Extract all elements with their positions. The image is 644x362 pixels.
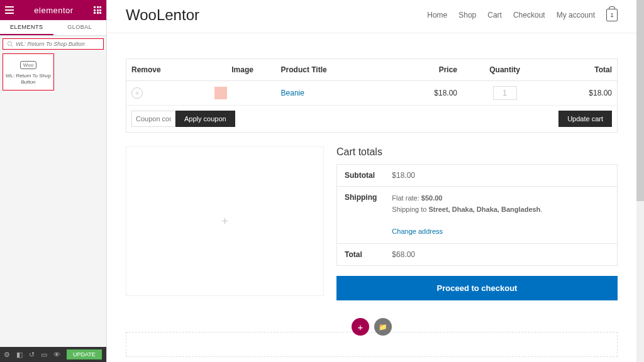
remove-item-icon[interactable]: × [131, 87, 143, 99]
total-label: Total [337, 244, 385, 266]
scrollbar-thumb[interactable] [636, 0, 644, 201]
hamburger-icon[interactable] [5, 6, 14, 14]
shipping-label: Shipping [337, 187, 385, 244]
tab-elements[interactable]: ELEMENTS [0, 20, 53, 35]
shopping-bag-icon[interactable]: 1 [606, 9, 618, 21]
sidebar-tabs: ELEMENTS GLOBAL [0, 20, 106, 36]
canvas: WooLentor Home Shop Cart Checkout My acc… [107, 0, 636, 362]
coupon-input[interactable] [131, 111, 175, 127]
template-library-icon[interactable]: 📁 [374, 318, 392, 336]
elementor-sidebar: elementor ELEMENTS GLOBAL Woo WL: Return… [0, 0, 107, 362]
total-value: $68.00 [384, 244, 617, 266]
shipping-details: Flat rate: $50.00 Shipping to Street, Dh… [384, 187, 617, 244]
nav-account[interactable]: My account [557, 11, 595, 19]
subtotal-value: $18.00 [384, 165, 617, 187]
woo-badge-icon: Woo [20, 61, 36, 69]
col-title: Product Title [276, 59, 393, 81]
navigator-icon[interactable]: ◧ [16, 351, 23, 359]
line-total: $18.00 [547, 81, 617, 106]
site-title: WooLentor [126, 6, 199, 24]
subtotal-label: Subtotal [337, 165, 385, 187]
apply-coupon-button[interactable]: Apply coupon [175, 111, 235, 127]
quantity-input[interactable] [493, 86, 517, 100]
cart-totals-title: Cart totals [336, 146, 618, 158]
col-price: Price [393, 59, 462, 81]
apps-grid-icon[interactable] [94, 6, 101, 14]
cart-row: × Beanie $18.00 $18.00 [126, 81, 618, 106]
plus-icon: + [221, 215, 228, 228]
history-icon[interactable]: ↺ [29, 351, 35, 359]
widget-label: WL: Return To Shop Button [4, 73, 52, 85]
col-image: Image [209, 59, 276, 81]
product-price: $18.00 [393, 81, 462, 106]
add-section-dropzone[interactable]: + 📁 [126, 332, 618, 357]
responsive-icon[interactable]: ▭ [41, 351, 47, 359]
site-header: WooLentor Home Shop Cart Checkout My acc… [107, 0, 636, 33]
sidebar-footer: ⚙ ◧ ↺ ▭ 👁 UPDATE ▴ [0, 347, 106, 362]
tab-global[interactable]: GLOBAL [53, 20, 107, 35]
svg-line-1 [11, 45, 13, 47]
widget-return-to-shop[interactable]: Woo WL: Return To Shop Button [3, 53, 54, 90]
site-nav: Home Shop Cart Checkout My account [427, 11, 595, 19]
cart-totals-table: Subtotal $18.00 Shipping Flat rate: $50.… [336, 164, 618, 266]
update-button[interactable]: UPDATE [67, 349, 102, 359]
product-title-link[interactable]: Beanie [281, 89, 304, 97]
vertical-scrollbar[interactable] [636, 0, 644, 362]
svg-point-0 [8, 41, 11, 45]
sidebar-title: elementor [34, 6, 73, 15]
cart-table: Remove Image Product Title Price Quantit… [126, 58, 618, 106]
proceed-checkout-button[interactable]: Proceed to checkout [336, 276, 618, 300]
col-qty: Quantity [462, 59, 547, 81]
product-thumbnail [214, 87, 227, 99]
nav-shop[interactable]: Shop [458, 11, 476, 19]
sidebar-header: elementor [0, 0, 106, 20]
settings-gear-icon[interactable]: ⚙ [4, 351, 10, 359]
add-section-icon[interactable]: + [352, 318, 369, 336]
change-address-link[interactable]: Change address [392, 228, 443, 235]
update-cart-button[interactable]: Update cart [558, 111, 612, 127]
search-icon [7, 41, 13, 47]
nav-cart[interactable]: Cart [487, 11, 502, 19]
col-remove: Remove [126, 59, 209, 81]
empty-widget-dropzone[interactable]: + [126, 146, 324, 296]
widget-search-box [3, 38, 104, 50]
nav-home[interactable]: Home [427, 11, 447, 19]
preview-eye-icon[interactable]: 👁 [53, 351, 60, 358]
cart-actions: Apply coupon Update cart [126, 106, 618, 133]
nav-checkout[interactable]: Checkout [513, 11, 545, 19]
col-total: Total [547, 59, 617, 81]
widget-search-input[interactable] [16, 41, 99, 47]
